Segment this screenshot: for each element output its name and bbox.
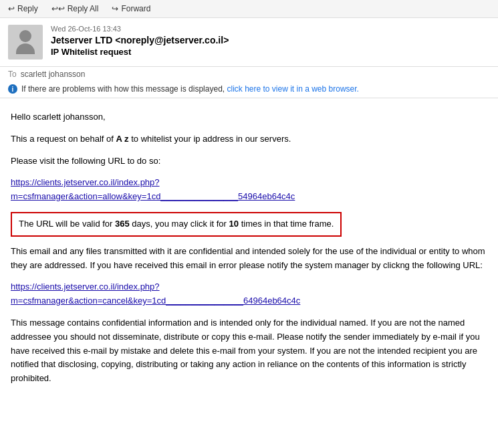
to-label: To bbox=[8, 70, 17, 79]
para2: Please visit the following URL to do so: bbox=[11, 154, 487, 169]
highlight-mid: days, you may click it for bbox=[130, 219, 229, 229]
reply-label: Reply bbox=[17, 4, 38, 13]
info-banner: i If there are problems with how this me… bbox=[0, 82, 498, 98]
email-header: Wed 26-Oct-16 13:43 Jetserver LTD <norep… bbox=[0, 18, 498, 67]
highlight-days: 365 bbox=[115, 219, 130, 229]
url2-paragraph: https://clients.jetserver.co.il/index.ph… bbox=[11, 280, 487, 308]
highlight-prefix: The URL will be valid for bbox=[19, 219, 115, 229]
confidential2: This message contains confidential infor… bbox=[11, 316, 487, 386]
avatar bbox=[8, 25, 43, 60]
email-meta: Wed 26-Oct-16 13:43 Jetserver LTD <norep… bbox=[51, 25, 490, 60]
highlight-box: The URL will be valid for 365 days, you … bbox=[11, 212, 342, 237]
email-to-row: To scarlett johansson bbox=[0, 67, 498, 82]
greeting: Hello scarlett johansson, bbox=[11, 110, 487, 124]
avatar-figure bbox=[16, 30, 35, 54]
view-in-browser-link[interactable]: click here to view it in a web browser. bbox=[227, 84, 358, 94]
forward-icon: ↪ bbox=[112, 4, 118, 13]
reply-all-label: Reply All bbox=[68, 4, 99, 13]
highlight-times: 10 bbox=[229, 219, 239, 229]
highlight-end: times in that time frame. bbox=[239, 219, 334, 229]
url1-line2: m=csfmanager&action=allow&key=1cd_______… bbox=[11, 191, 295, 201]
para1-suffix: to whitelist your ip address in our serv… bbox=[129, 134, 291, 144]
avatar-body bbox=[16, 43, 35, 54]
cancel-url-link[interactable]: https://clients.jetserver.co.il/index.ph… bbox=[11, 282, 300, 306]
email-subject: IP Whitelist request bbox=[51, 47, 490, 57]
confidential1: This email and any files transmitted wit… bbox=[11, 245, 487, 273]
to-value: scarlett johansson bbox=[21, 70, 86, 79]
reply-button[interactable]: ↩ Reply bbox=[5, 3, 41, 15]
url1-paragraph: https://clients.jetserver.co.il/index.ph… bbox=[11, 176, 487, 204]
url2-line2: m=csfmanager&action=cancel&key=1cd______… bbox=[11, 296, 300, 306]
para1-bold: A z bbox=[116, 134, 129, 144]
forward-button[interactable]: ↪ Forward bbox=[109, 3, 153, 15]
url1-line1: https://clients.jetserver.co.il/index.ph… bbox=[11, 177, 160, 187]
email-body: Hello scarlett johansson, This a request… bbox=[0, 98, 498, 406]
toolbar: ↩ Reply ↩↩ Reply All ↪ Forward bbox=[0, 0, 498, 18]
url2-line1: https://clients.jetserver.co.il/index.ph… bbox=[11, 282, 160, 292]
reply-all-icon: ↩↩ bbox=[51, 4, 65, 13]
reply-all-button[interactable]: ↩↩ Reply All bbox=[49, 3, 102, 15]
info-icon: i bbox=[8, 84, 17, 94]
forward-label: Forward bbox=[121, 4, 150, 13]
email-timestamp: Wed 26-Oct-16 13:43 bbox=[51, 25, 490, 33]
avatar-head bbox=[19, 30, 31, 42]
info-text: If there are problems with how this mess… bbox=[21, 84, 359, 94]
email-from: Jetserver LTD <noreply@jetserver.co.il> bbox=[51, 35, 490, 45]
para1-prefix: This a request on behalf of bbox=[11, 134, 116, 144]
reply-icon: ↩ bbox=[8, 4, 15, 13]
allow-url-link[interactable]: https://clients.jetserver.co.il/index.ph… bbox=[11, 177, 295, 201]
para1: This a request on behalf of A z to white… bbox=[11, 132, 487, 146]
